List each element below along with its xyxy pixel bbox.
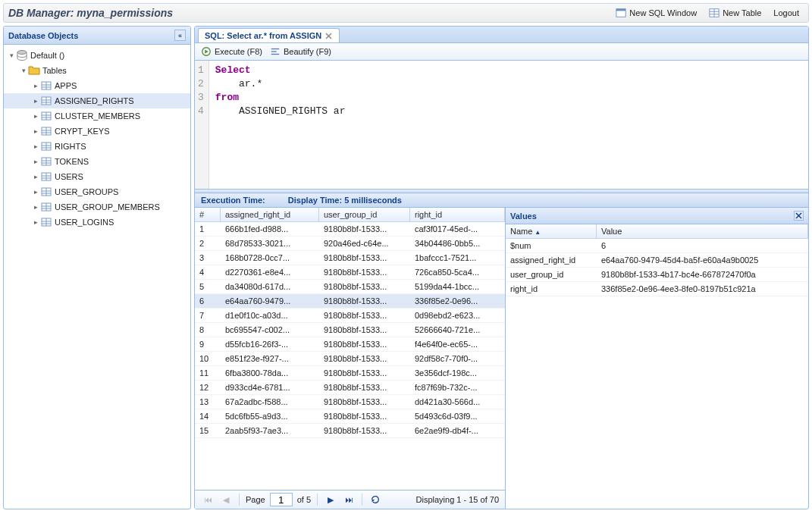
grid-cell: 9 (195, 337, 221, 351)
tab-bar: SQL: Select ar.* from ASSIGN (195, 27, 808, 43)
tree-table-user_groups[interactable]: ▸USER_GROUPS (4, 184, 190, 199)
grid-row[interactable]: 1666b1fed-d988...9180b8bf-1533...caf3f01… (195, 222, 505, 237)
paging-summary: Displaying 1 - 15 of 70 (416, 495, 499, 504)
tab-close-icon[interactable] (324, 32, 333, 40)
grid-cell: 9180b8bf-1533... (319, 280, 410, 293)
grid-cell: 0d98ebd2-e623... (410, 309, 505, 322)
tree-toggle-icon[interactable]: ▸ (31, 173, 40, 180)
tree-toggle-icon[interactable]: ▸ (31, 82, 40, 89)
tree-table-apps[interactable]: ▸APPS (4, 78, 190, 93)
col-header-num[interactable]: # (195, 208, 221, 221)
page-refresh-button[interactable] (368, 493, 382, 506)
values-row[interactable]: right_id336f85e2-0e96-4ee3-8fe0-8197b51c… (506, 282, 808, 296)
grid-cell: 6e2ae9f9-db4f-... (410, 424, 505, 437)
grid-cell: 9180b8bf-1533... (319, 424, 410, 437)
folder-open-icon (28, 64, 40, 77)
sql-editor[interactable]: 1234 Select ar.*from ASSIGNED_RIGHTS ar (195, 61, 808, 190)
tree-table-user_group_members[interactable]: ▸USER_GROUP_MEMBERS (4, 199, 190, 215)
table-icon (40, 140, 52, 152)
database-icon (16, 49, 28, 61)
grid-row[interactable]: 8bc695547-c002...9180b8bf-1533...5266664… (195, 323, 505, 337)
tree-table-rights[interactable]: ▸RIGHTS (4, 139, 190, 154)
grid-cell: 11 (195, 366, 221, 380)
tree-table-assigned_rights[interactable]: ▸ASSIGNED_RIGHTS (4, 93, 190, 108)
col-header-right-id[interactable]: right_id (410, 208, 505, 221)
page-last-button[interactable]: ⏭ (342, 493, 356, 506)
col-header-assigned-right-id[interactable]: assigned_right_id (221, 208, 319, 221)
tree-toggle-icon[interactable]: ▾ (7, 52, 16, 59)
page-input[interactable] (270, 493, 293, 506)
refresh-icon (370, 494, 381, 505)
grid-row[interactable]: 10e851f23e-f927-...9180b8bf-1533...92df5… (195, 352, 505, 366)
tree-toggle-icon[interactable]: ▸ (31, 127, 40, 135)
sidebar-collapse-button[interactable]: « (174, 30, 186, 41)
grid-cell: 3 (195, 251, 221, 265)
values-row[interactable]: user_group_id9180b8bf-1533-4b17-bc4e-667… (506, 268, 808, 282)
logout-button[interactable]: Logout (769, 6, 804, 20)
table-icon (40, 201, 52, 213)
grid-cell: 5199da44-1bcc... (410, 280, 505, 293)
tree-table-tokens[interactable]: ▸TOKENS (4, 154, 190, 169)
tree-toggle-icon[interactable]: ▸ (31, 112, 40, 120)
tab-label: SQL: Select ar.* from ASSIGN (205, 31, 321, 40)
grid-row[interactable]: 1367a2adbc-f588...9180b8bf-1533...dd421a… (195, 395, 505, 409)
tree-toggle-icon[interactable]: ▸ (31, 203, 40, 211)
grid-row[interactable]: 7d1e0f10c-a03d...9180b8bf-1533...0d98ebd… (195, 309, 505, 323)
tree-toggle-icon[interactable]: ▾ (19, 67, 28, 74)
results-grid: # assigned_right_id user_group_id right_… (195, 208, 506, 509)
tree-table-label: CRYPT_KEYS (55, 127, 110, 136)
tree-table-crypt_keys[interactable]: ▸CRYPT_KEYS (4, 124, 190, 139)
values-close-icon[interactable] (794, 211, 804, 221)
grid-cell: 9180b8bf-1533... (319, 352, 410, 365)
grid-row[interactable]: 4d2270361-e8e4...9180b8bf-1533...726ca85… (195, 265, 505, 280)
tree-table-users[interactable]: ▸USERS (4, 169, 190, 184)
tree-tables-folder[interactable]: ▾ Tables (4, 63, 190, 78)
page-first-button[interactable]: ⏮ (201, 493, 215, 506)
table-icon (40, 216, 52, 228)
new-table-button[interactable]: New Table (704, 6, 766, 20)
grid-cell: 15 (195, 424, 221, 437)
tree-toggle-icon[interactable]: ▸ (31, 97, 40, 105)
grid-cell: caf3f017-45ed-... (410, 222, 505, 236)
tree-table-user_logins[interactable]: ▸USER_LOGINS (4, 215, 190, 230)
values-col-name[interactable]: Name▲ (506, 224, 597, 238)
values-panel: Values Name▲ Value $num6assigned_right_i… (506, 208, 808, 509)
beautify-button[interactable]: Beautify (F9) (270, 46, 331, 57)
grid-row[interactable]: 116fba3800-78da...9180b8bf-1533...3e356d… (195, 366, 505, 381)
grid-row[interactable]: 6e64aa760-9479...9180b8bf-1533...336f85e… (195, 294, 505, 309)
page-prev-button[interactable]: ◀ (219, 493, 233, 506)
values-col-value[interactable]: Value (597, 224, 808, 238)
tree-toggle-icon[interactable]: ▸ (31, 218, 40, 226)
execute-button[interactable]: Execute (F8) (201, 46, 262, 57)
grid-cell: dd421a30-566d... (410, 395, 505, 409)
values-row[interactable]: $num6 (506, 239, 808, 253)
grid-cell: 1 (195, 222, 221, 236)
sidebar-header: Database Objects « (4, 27, 190, 45)
tree-table-label: USERS (55, 172, 83, 181)
grid-cell: 7 (195, 309, 221, 322)
grid-row[interactable]: 9d55fcb16-26f3-...9180b8bf-1533...f4e64f… (195, 337, 505, 352)
new-sql-window-button[interactable]: New SQL Window (611, 6, 701, 20)
tree-toggle-icon[interactable]: ▸ (31, 158, 40, 165)
tree-table-label: APPS (55, 81, 77, 90)
grid-row[interactable]: 3168b0728-0cc7...9180b8bf-1533...1bafccc… (195, 251, 505, 265)
tree-root-default[interactable]: ▾ Default () (4, 48, 190, 63)
grid-row[interactable]: 268d78533-3021...920a46ed-c64e...34b0448… (195, 237, 505, 251)
grid-row[interactable]: 145dc6fb55-a9d3...9180b8bf-1533...5d493c… (195, 409, 505, 424)
content-area: SQL: Select ar.* from ASSIGN Execute (F8… (194, 26, 809, 509)
tree-toggle-icon[interactable]: ▸ (31, 188, 40, 196)
grid-row[interactable]: 152aab5f93-7ae3...9180b8bf-1533...6e2ae9… (195, 424, 505, 438)
editor-code[interactable]: Select ar.*from ASSIGNED_RIGHTS ar (209, 61, 352, 189)
grid-cell: 6 (195, 294, 221, 308)
tree-toggle-icon[interactable]: ▸ (31, 143, 40, 150)
grid-row[interactable]: 12d933cd4e-6781...9180b8bf-1533...fc87f6… (195, 381, 505, 395)
grid-body: 1666b1fed-d988...9180b8bf-1533...caf3f01… (195, 222, 505, 490)
page-next-button[interactable]: ▶ (324, 493, 337, 506)
tab-sql-query[interactable]: SQL: Select ar.* from ASSIGN (198, 28, 340, 42)
tree-table-cluster_members[interactable]: ▸CLUSTER_MEMBERS (4, 108, 190, 124)
values-row[interactable]: assigned_right_ide64aa760-9479-45d4-ba5f… (506, 253, 808, 268)
grid-cell: 68d78533-3021... (221, 237, 319, 250)
col-header-user-group-id[interactable]: user_group_id (319, 208, 410, 221)
grid-row[interactable]: 5da34080d-617d...9180b8bf-1533...5199da4… (195, 280, 505, 294)
grid-cell: 336f85e2-0e96... (410, 294, 505, 308)
